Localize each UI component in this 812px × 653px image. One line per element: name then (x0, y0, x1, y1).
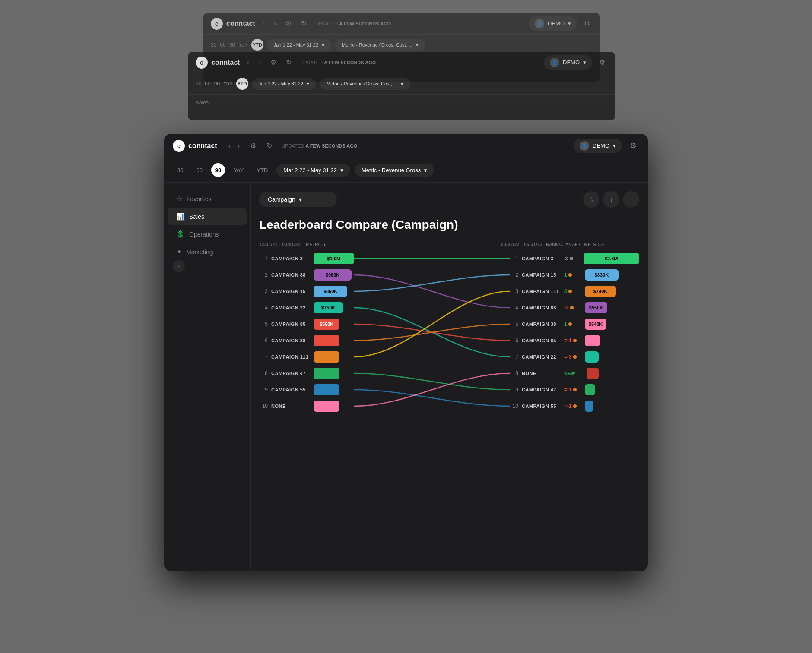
logo: c conntact (173, 140, 217, 152)
campaign-text: Campaign (268, 196, 295, 203)
campaign-name: CAMPAIGN 111 (271, 354, 310, 360)
right-date-label: 03/02/22 - 05/31/22 (501, 242, 542, 247)
rank-number: 5 (510, 321, 518, 327)
metric-bar: $860K (314, 286, 347, 297)
metric-text: Metric - Revenue Gross (362, 167, 421, 174)
rank-number: 1 (510, 256, 518, 262)
sidebar-item-marketing[interactable]: ✦ Marketing (168, 243, 247, 260)
campaign-name: CAMPAIGN 15 (271, 289, 310, 294)
nav-back-button[interactable]: ‹ (226, 140, 233, 151)
leaderboard-right-row: 6 CAMPAIGN 85 =-1 (510, 332, 639, 349)
metric-selector[interactable]: Metric - Revenue Gross ▾ (355, 164, 434, 177)
sidebar-item-favorites[interactable]: ☆ Favorites (168, 190, 247, 207)
leaderboard-left-row: 2 CAMPAIGN 88 $980K (259, 267, 354, 283)
avatar: 👤 (580, 141, 589, 151)
period-30-button[interactable]: 30 (173, 164, 187, 176)
filter-button[interactable]: ⚙ (247, 139, 259, 152)
toolbar: 30 60 90 YoY YTD Mar 2 22 - May 31 22 ▾ … (164, 158, 648, 183)
rank-change-sort[interactable]: RANK CHANGE ▾ (546, 242, 580, 247)
info-action-button[interactable]: i (623, 191, 639, 208)
change-dot (568, 290, 572, 293)
campaign-name: CAMPAIGN 47 (271, 371, 310, 376)
sidebar-item-operations[interactable]: 💲 Operations (168, 226, 247, 243)
main-window: c conntact ‹ › ⚙ ↻ UPDATED A FEW SECONDS… (164, 134, 648, 571)
leaderboard-right-row: 5 CAMPAIGN 38 1 $540K (510, 316, 639, 332)
leaderboard-left-row: 9 CAMPAIGN 55 (259, 382, 354, 398)
period-ytd-button[interactable]: YTD (252, 164, 272, 176)
action-buttons: ☆ ↓ i (583, 191, 639, 208)
dollar-icon: 💲 (176, 230, 185, 238)
date-range-selector[interactable]: Mar 2 22 - May 31 22 ▾ (276, 164, 350, 177)
rank-number: 10 (259, 403, 268, 409)
metric-bar-small (585, 384, 595, 395)
sidebar-item-label: Marketing (186, 249, 213, 256)
leaderboard-left-row: 10 NONE (259, 398, 354, 414)
campaign-name: CAMPAIGN 55 (271, 387, 310, 392)
metric-bar: $750K (314, 302, 343, 313)
rank-number: 8 (259, 370, 268, 376)
rank-number: 2 (259, 272, 268, 278)
change-dot (568, 322, 572, 326)
metric-bar-small (587, 368, 599, 379)
change-dot (568, 273, 572, 277)
campaign-name: CAMPAIGN 47 (522, 387, 561, 392)
logo-icon: c (173, 140, 185, 152)
metric-bar-small (585, 401, 593, 412)
rank-change-value: ⊘ (564, 256, 580, 262)
campaign-name: CAMPAIGN 22 (271, 305, 310, 310)
leaderboard-header: 12/01/21 - 03/01/22 METRIC ▾ 03/02/22 - … (259, 242, 639, 247)
updated-text: UPDATED A FEW SECONDS AGO (282, 143, 357, 148)
campaign-name: CAMPAIGN 88 (271, 272, 310, 278)
metric-bar (314, 368, 339, 379)
nav-forward-button[interactable]: › (235, 140, 242, 151)
user-menu-button[interactable]: 👤 DEMO ▾ (574, 139, 622, 153)
sidebar-item-label: Sales (189, 213, 204, 220)
campaign-name: CAMPAIGN 22 (522, 354, 561, 360)
campaign-name: NONE (271, 404, 310, 409)
metric-bar: $2.6M (584, 253, 640, 264)
star-icon: ☆ (176, 195, 182, 203)
period-yoy-button[interactable]: YoY (229, 164, 248, 176)
chart-title: Leaderboard Compare (Campaign) (259, 218, 639, 232)
campaign-name: CAMPAIGN 55 (522, 404, 561, 409)
rank-change-value: -2 (564, 305, 581, 311)
period-90-button[interactable]: 90 (211, 163, 225, 177)
metric-bar (314, 351, 339, 363)
refresh-button[interactable]: ↻ (264, 139, 275, 152)
rank-change-value: 1 (564, 321, 581, 327)
period-60-button[interactable]: 60 (192, 164, 206, 176)
campaign-row: Campaign ▾ ☆ ↓ i (259, 191, 639, 208)
background-window-1: c conntact ‹ › ⚙ ↻ UPDATED A FEW SECONDS… (188, 52, 615, 120)
sidebar-collapse-button[interactable]: ‹ (173, 260, 185, 272)
metric-bar (314, 384, 339, 395)
rank-number: 6 (259, 338, 268, 344)
sidebar-item-sales[interactable]: 📊 Sales (168, 208, 247, 225)
rank-number: 10 (510, 403, 518, 409)
rank-change-value: 4 (564, 288, 581, 294)
campaign-name: CAMPAIGN 3 (271, 256, 310, 261)
back1-logo: c conntact (196, 57, 240, 69)
main-layout: ☆ Favorites 📊 Sales 💲 Operations ✦ Marke… (164, 183, 648, 571)
rank-number: 1 (259, 256, 268, 262)
left-metric-sort[interactable]: METRIC ▾ (306, 242, 325, 247)
leaderboard-right-row: 10 CAMPAIGN 55 =-1 (510, 398, 639, 414)
rank-change-value: =-1 (564, 338, 581, 344)
diamond-icon: ✦ (176, 248, 182, 256)
download-action-button[interactable]: ↓ (603, 191, 619, 208)
settings-button[interactable]: ⚙ (627, 139, 639, 153)
leaderboard-right-row: 8 NONE NEW (510, 365, 639, 382)
chevron-down-icon: ▾ (340, 167, 343, 174)
leaderboard-right: 1 CAMPAIGN 3 ⊘ $2.6M 2 CAMPAIGN 15 1 $83… (510, 250, 639, 419)
right-metric-sort[interactable]: METRIC ▾ (584, 242, 604, 247)
campaign-name: CAMPAIGN 15 (522, 272, 561, 278)
rank-change-value: =-3 (564, 354, 581, 360)
metric-bar: $1.9M (314, 253, 354, 264)
campaign-name: CAMPAIGN 38 (271, 338, 310, 343)
change-dot (573, 404, 577, 408)
star-action-button[interactable]: ☆ (583, 191, 599, 208)
campaign-name: CAMPAIGN 38 (522, 322, 561, 327)
change-dot (573, 355, 577, 359)
change-dot (573, 388, 577, 391)
campaign-selector[interactable]: Campaign ▾ (259, 192, 337, 207)
rank-number: 9 (510, 387, 518, 393)
